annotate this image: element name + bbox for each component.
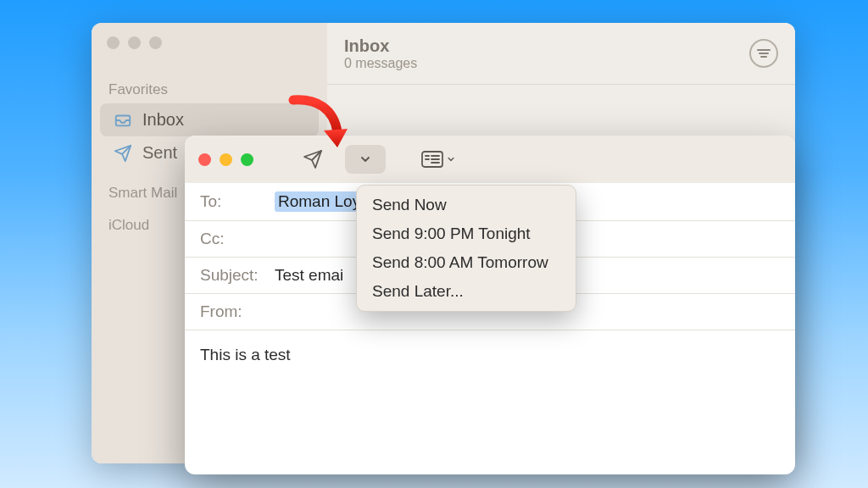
menu-item-send-now[interactable]: Send Now: [357, 191, 576, 219]
sidebar-item-label: Inbox: [142, 110, 184, 130]
compose-window-controls[interactable]: [198, 153, 253, 166]
compose-toolbar: [185, 136, 795, 183]
to-label: To:: [200, 192, 263, 211]
main-minimize-button[interactable]: [128, 36, 141, 49]
sidebar-item-label: Sent: [142, 143, 177, 163]
mailbox-title: Inbox: [344, 36, 417, 56]
menu-item-send-later[interactable]: Send Later...: [357, 277, 576, 306]
mailbox-message-count: 0 messages: [344, 56, 417, 71]
menu-item-send-tomorrow[interactable]: Send 8:00 AM Tomorrow: [357, 248, 576, 277]
main-window-controls[interactable]: [92, 36, 327, 49]
mail-header: Inbox 0 messages: [327, 23, 795, 85]
sidebar-item-inbox[interactable]: Inbox: [100, 103, 319, 136]
cc-label: Cc:: [200, 230, 263, 248]
subject-label: Subject:: [200, 266, 263, 285]
main-close-button[interactable]: [107, 36, 120, 49]
from-label: From:: [200, 302, 263, 321]
send-options-button[interactable]: [345, 145, 386, 174]
compose-body[interactable]: This is a test: [185, 330, 795, 380]
send-button[interactable]: [292, 145, 333, 174]
menu-item-send-tonight[interactable]: Send 9:00 PM Tonight: [357, 219, 576, 248]
headers-toggle-button[interactable]: [416, 145, 460, 174]
sidebar-section-favorites: Favorites: [92, 81, 327, 98]
compose-minimize-button[interactable]: [220, 153, 232, 166]
header-filter-button[interactable]: [749, 39, 778, 68]
subject-value[interactable]: Test emai: [275, 266, 343, 285]
compose-close-button[interactable]: [198, 153, 211, 166]
main-zoom-button[interactable]: [149, 36, 162, 49]
inbox-tray-icon: [114, 111, 132, 130]
paper-plane-icon: [114, 144, 132, 163]
compose-zoom-button[interactable]: [241, 153, 253, 166]
send-options-menu: Send Now Send 9:00 PM Tonight Send 8:00 …: [356, 185, 576, 312]
